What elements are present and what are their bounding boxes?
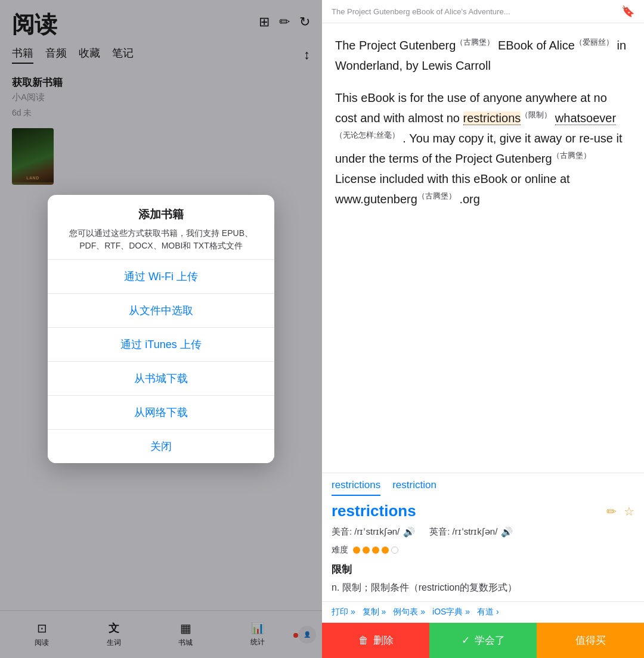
gutenberg-text: The Project Gutenberg [335,39,456,52]
dict-difficulty: 难度 [322,540,644,560]
dict-word-row: restrictions ✏ ☆ [322,496,644,524]
reader-tab-title: The Project Gutenberg eBook of Alice's A… [332,7,621,16]
phonetic-uk: 英音: /rɪˈstrɪkʃən/ 🔊 [429,526,513,538]
learned-label: 学会了 [475,634,505,647]
restrictions-annotation: （限制） [521,110,552,119]
reading-content: The Project Gutenberg（古腾堡） EBook of Alic… [322,23,644,473]
dict-tab-restriction[interactable]: restriction [392,479,436,496]
audio-uk-icon[interactable]: 🔊 [501,526,513,538]
gutenberg-annotation: （古腾堡） [456,38,494,46]
diff-dot-4 [382,547,389,554]
audio-us-icon[interactable]: 🔊 [403,526,415,538]
diff-dot-2 [363,547,370,554]
dict-definition: n. 限制；限制条件（restriction的复数形式） [322,578,644,601]
whatsoever-word[interactable]: whatsoever [555,111,616,125]
dict-youdao-link[interactable]: 有道 › [477,607,499,617]
dict-word-text: restrictions [332,502,416,520]
file-select-button[interactable]: 从文件中选取 [48,294,274,328]
more-label: 值得买 [575,634,606,647]
learned-icon: ✓ [462,634,470,647]
bookmark-icon[interactable]: 🔖 [621,5,634,18]
dict-actions: 打印 » 复制 » 例句表 » iOS字典 » 有道 › [322,601,644,622]
delete-icon: 🗑 [358,635,369,647]
gutenberg2-annotation: （古腾堡） [552,151,591,160]
diff-dot-1 [353,547,360,554]
phonetic-us-text: 美音: /rɪˈstrɪkʃən/ [332,526,400,538]
dict-star-icon[interactable]: ☆ [624,504,634,519]
gutenberg3-annotation: （古腾堡） [417,191,456,200]
more-button[interactable]: 值得买 [537,623,644,658]
close-button[interactable]: 关闭 [48,430,274,463]
modal-overlay: 添加书籍 您可以通过这些方式获取书籍，我们支持 EPUB、PDF、RTF、DOC… [0,0,322,658]
dict-print-link[interactable]: 打印 » [332,607,355,617]
dict-examples-link[interactable]: 例句表 » [393,607,425,617]
delete-label: 删除 [373,634,394,647]
diff-dot-3 [372,547,379,554]
phonetic-uk-text: 英音: /rɪˈstrɪkʃən/ [429,526,497,538]
dict-tab-restrictions[interactable]: restrictions [332,479,380,496]
diff-dot-5 [391,547,398,554]
dict-phonetics: 美音: /rɪˈstrɪkʃən/ 🔊 英音: /rɪˈstrɪkʃən/ 🔊 [322,524,644,540]
itunes-upload-button[interactable]: 通过 iTunes 上传 [48,328,274,362]
content-paragraph-1: The Project Gutenberg（古腾堡） EBook of Alic… [335,35,631,76]
dict-ios-link[interactable]: iOS字典 » [432,607,470,617]
dict-copy-link[interactable]: 复制 » [363,607,386,617]
dict-chinese-title: 限制 [322,560,644,578]
add-book-modal: 添加书籍 您可以通过这些方式获取书籍，我们支持 EPUB、PDF、RTF、DOC… [48,195,274,463]
restrictions-word[interactable]: restrictions [463,111,521,125]
dict-tabs: restrictions restriction [322,473,644,496]
bottom-action-bar: 🗑 删除 ✓ 学会了 值得买 [322,622,644,658]
reader-top-bar: The Project Gutenberg eBook of Alice's A… [322,0,644,23]
dict-edit-icon[interactable]: ✏ [606,504,617,519]
delete-button[interactable]: 🗑 删除 [322,623,429,658]
modal-description: 您可以通过这些方式获取书籍，我们支持 EPUB、PDF、RTF、DOCX、MOB… [60,227,262,252]
alice-annotation: （爱丽丝） [575,38,614,46]
dictionary-panel: restrictions restriction restrictions ✏ … [322,473,644,622]
web-download-button[interactable]: 从网络下载 [48,396,274,430]
wifi-upload-button[interactable]: 通过 Wi-Fi 上传 [48,260,274,294]
difficulty-label: 难度 [332,545,348,555]
content-paragraph-2: This eBook is for the use of anyone anyw… [335,88,631,209]
phonetic-us: 美音: /rɪˈstrɪkʃən/ 🔊 [332,526,415,538]
whatsoever-annotation: （无论怎样;丝毫） [335,131,400,139]
learned-button[interactable]: ✓ 学会了 [429,623,537,658]
modal-title: 添加书籍 [60,207,262,222]
bookstore-download-button[interactable]: 从书城下载 [48,362,274,396]
